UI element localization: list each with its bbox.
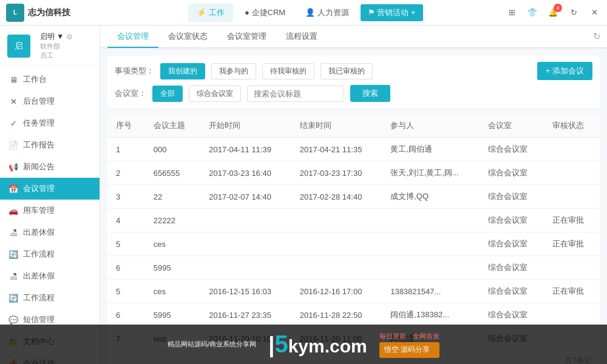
cell-no: 5 xyxy=(107,280,145,303)
logo-text: 志为信科技 xyxy=(28,7,70,18)
sidebar-item-workflow1[interactable]: 🔄 工作流程 xyxy=(0,243,100,265)
sidebar-item-workbench[interactable]: 🖥 工作台 xyxy=(0,69,100,90)
cell-room: 综合会议室 xyxy=(480,232,544,256)
cell-status: 正在审批 xyxy=(544,232,600,256)
cell-end xyxy=(291,232,382,256)
cell-status xyxy=(544,185,600,209)
room-label: 会议室： xyxy=(115,88,146,99)
cell-no: 2 xyxy=(107,161,145,185)
col-no: 序号 xyxy=(107,114,145,138)
nav-crm[interactable]: ● 企捷CRM xyxy=(236,4,294,22)
watermark-logo: |5kym.com xyxy=(268,331,367,358)
cell-attendees xyxy=(382,232,480,256)
filter-area: 事项类型： 我创建的 我参与的 待我审核的 我已审核的 + 添加会议 会议室： … xyxy=(107,56,600,108)
cell-start: 2017-03-23 16:40 xyxy=(200,161,291,185)
cell-topic[interactable]: 000 xyxy=(145,138,201,161)
table-row: 6 5995 2016-11-27 23:35 2016-11-28 22:50… xyxy=(107,303,600,327)
sidebar-menu: 🖥 工作台 ✕ 后台管理 ✓ 任务管理 📄 工作报告 📢 新闻公告 📅 会议 xyxy=(0,66,100,364)
cell-topic[interactable]: 22222 xyxy=(145,209,201,232)
sidebar-item-report[interactable]: 📄 工作报告 xyxy=(0,134,100,156)
sidebar-item-backend[interactable]: ✕ 后台管理 xyxy=(0,90,100,112)
cell-status xyxy=(544,138,600,161)
add-meeting-button[interactable]: + 添加会议 xyxy=(537,62,592,80)
sidebar-item-task[interactable]: ✓ 任务管理 xyxy=(0,112,100,134)
cell-end: 2017-02-28 14:40 xyxy=(291,185,382,209)
filter-participated-by-me[interactable]: 我参与的 xyxy=(211,63,256,79)
nav-work[interactable]: ⚡ 工作 xyxy=(188,4,233,22)
settings-icon[interactable]: ⚙ xyxy=(66,33,73,41)
table-row: 6 5995 综合会议室 xyxy=(107,256,600,280)
watermark-right: 每日更新，全网首发 悟空·源码分享 xyxy=(379,331,439,358)
user-info: 启明 ▼ ⚙ 软件部 员工 xyxy=(40,32,73,60)
user-dept: 软件部 xyxy=(40,42,73,51)
room-filter-row: 会议室： 全部 综合会议室 搜索 xyxy=(115,85,592,102)
cell-attendees xyxy=(382,209,480,232)
cell-room: 综合会议室 xyxy=(480,185,544,209)
shirt-icon[interactable]: 👕 xyxy=(526,6,539,19)
cell-start: 2016-12-15 16:03 xyxy=(200,280,291,303)
filter-pending-review[interactable]: 待我审核的 xyxy=(262,63,314,79)
filter-all-rooms[interactable]: 全部 xyxy=(152,86,183,102)
cell-room: 综合会议室 xyxy=(480,209,544,232)
search-input[interactable] xyxy=(247,86,344,102)
cell-attendees: 黄工,阔伯通 xyxy=(382,138,480,161)
sidebar-item-news[interactable]: 📢 新闻公告 xyxy=(0,156,100,178)
nav-hr[interactable]: 👤 人力资源 xyxy=(297,4,358,22)
cell-end: 2017-04-21 11:35 xyxy=(291,138,382,161)
table-row: 2 656555 2017-03-23 16:40 2017-03-23 17:… xyxy=(107,161,600,185)
cell-no: 1 xyxy=(107,138,145,161)
cell-status xyxy=(544,256,600,280)
grid-icon[interactable]: ⊞ xyxy=(505,6,518,19)
filter-general-room[interactable]: 综合会议室 xyxy=(189,86,241,102)
cell-start: 2016-11-27 23:35 xyxy=(200,303,291,327)
cell-topic[interactable]: 5995 xyxy=(145,303,201,327)
cell-start xyxy=(200,209,291,232)
car-icon: 🚗 xyxy=(8,206,18,215)
logo-area: L 志为信科技 xyxy=(6,4,106,22)
tab-meeting-management[interactable]: 会议管理 xyxy=(107,26,158,48)
bell-icon[interactable]: 🔔 4 xyxy=(546,6,560,19)
content-inner: 事项类型： 我创建的 我参与的 待我审核的 我已审核的 + 添加会议 会议室： … xyxy=(100,49,607,364)
cell-end: 2016-12-16 17:00 xyxy=(291,280,382,303)
nav-marketing[interactable]: ⚑ 营销活动 + xyxy=(361,4,423,21)
cell-topic[interactable]: ces xyxy=(145,280,201,303)
backend-icon: ✕ xyxy=(8,96,18,106)
cell-topic[interactable]: 22 xyxy=(145,185,201,209)
tab-room-management[interactable]: 会议室管理 xyxy=(217,26,276,48)
close-icon[interactable]: ✕ xyxy=(588,6,601,19)
cell-topic[interactable]: 5995 xyxy=(145,256,201,280)
tab-flow-settings[interactable]: 流程设置 xyxy=(276,26,327,48)
meeting-icon: 📅 xyxy=(8,184,18,194)
filter-reviewed-by-me[interactable]: 我已审核的 xyxy=(320,63,373,79)
cell-no: 6 xyxy=(107,256,145,280)
sidebar-item-meeting[interactable]: 📅 会议管理 xyxy=(0,178,100,200)
col-room: 会议室 xyxy=(480,114,544,138)
user-name[interactable]: 启明 ▼ ⚙ xyxy=(40,32,73,42)
cell-end: 2016-11-28 22:50 xyxy=(291,303,382,327)
sms-icon: 💬 xyxy=(8,315,18,325)
filter-created-by-me[interactable]: 我创建的 xyxy=(160,63,205,79)
col-topic: 会议主题 xyxy=(145,114,201,138)
refresh-icon[interactable]: ↻ xyxy=(567,6,580,19)
cell-status: 正在审批 xyxy=(544,280,600,303)
cell-start xyxy=(200,232,291,256)
search-button[interactable]: 搜索 xyxy=(350,85,390,102)
sidebar: 启 启明 ▼ ⚙ 软件部 员工 🖥 工作台 ✕ 后台管理 xyxy=(0,25,100,364)
cell-status xyxy=(544,303,600,327)
main-layout: 启 启明 ▼ ⚙ 软件部 员工 🖥 工作台 ✕ 后台管理 xyxy=(0,25,607,364)
table-header-row: 序号 会议主题 开始时间 结束时间 参与人 会议室 审核状态 xyxy=(107,114,600,138)
tab-room-status[interactable]: 会议室状态 xyxy=(158,26,217,48)
cell-topic[interactable]: ces xyxy=(145,232,201,256)
sidebar-item-leave2[interactable]: 🏖 出差休假 xyxy=(0,265,100,287)
leave2-icon: 🏖 xyxy=(8,271,18,281)
content-refresh-icon[interactable]: ↻ xyxy=(593,31,601,42)
top-navigation: L 志为信科技 ⚡ 工作 ● 企捷CRM 👤 人力资源 ⚑ 营销活动 + ⊞ 👕… xyxy=(0,0,607,25)
cell-topic[interactable]: 656555 xyxy=(145,161,201,185)
sidebar-item-leave1[interactable]: 🏖 出差休假 xyxy=(0,221,100,243)
workflow1-icon: 🔄 xyxy=(8,249,18,259)
cell-room: 综合会议室 xyxy=(480,161,544,185)
tabs-bar: 会议管理 会议室状态 会议室管理 流程设置 ↻ xyxy=(100,25,607,49)
cell-no: 4 xyxy=(107,209,145,232)
sidebar-item-workflow2[interactable]: 🔄 工作流程 xyxy=(0,287,100,309)
sidebar-item-car[interactable]: 🚗 用车管理 xyxy=(0,200,100,221)
